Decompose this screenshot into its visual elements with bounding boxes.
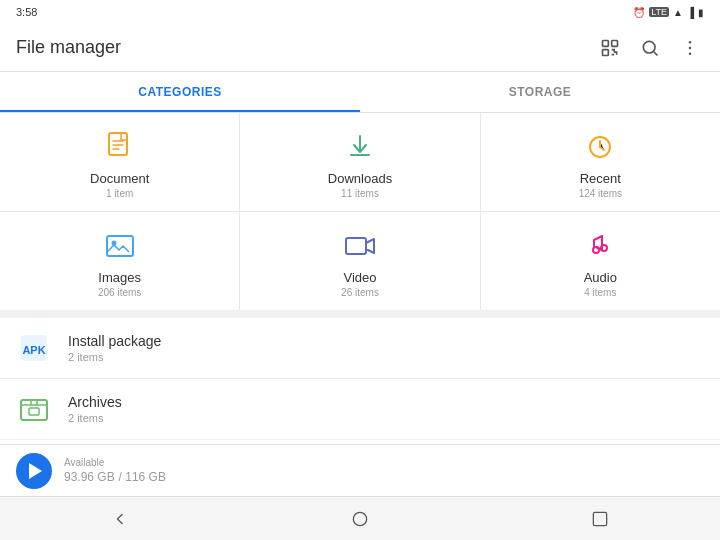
svg-point-5 xyxy=(689,46,692,49)
alarm-icon: ⏰ xyxy=(633,7,645,18)
main-content: Document 1 item Downloads 11 items R xyxy=(0,113,720,497)
status-bar: 3:58 ⏰ LTE ▲ ▐ ▮ xyxy=(0,0,720,24)
svg-rect-2 xyxy=(603,49,609,55)
app-bar-actions xyxy=(596,34,704,62)
more-button[interactable] xyxy=(676,34,704,62)
images-label: Images xyxy=(98,270,141,285)
play-icon xyxy=(29,463,42,479)
app-title: File manager xyxy=(16,37,121,58)
category-document[interactable]: Document 1 item xyxy=(0,113,239,211)
lte-badge: LTE xyxy=(649,7,669,17)
svg-rect-7 xyxy=(109,133,127,155)
scan-button[interactable] xyxy=(596,34,624,62)
category-recent[interactable]: Recent 124 items xyxy=(481,113,720,211)
svg-text:APK: APK xyxy=(22,344,45,356)
category-grid: Document 1 item Downloads 11 items R xyxy=(0,113,720,310)
svg-point-13 xyxy=(601,245,607,251)
play-button[interactable] xyxy=(16,453,52,489)
nav-recents-button[interactable] xyxy=(580,499,620,539)
svg-rect-23 xyxy=(593,512,606,525)
category-downloads[interactable]: Downloads 11 items xyxy=(240,113,479,211)
recent-label: Recent xyxy=(580,171,621,186)
svg-point-3 xyxy=(643,41,655,53)
tab-storage[interactable]: STORAGE xyxy=(360,72,720,112)
downloads-icon xyxy=(342,129,378,165)
svg-rect-16 xyxy=(21,400,47,420)
signal-icon: ▐ xyxy=(687,7,694,18)
svg-point-4 xyxy=(689,40,692,43)
images-icon xyxy=(102,228,138,264)
archives-text: Archives 2 items xyxy=(68,394,704,424)
list-item-install[interactable]: APK Install package 2 items xyxy=(0,318,720,379)
archives-count: 2 items xyxy=(68,412,704,424)
recent-count: 124 items xyxy=(579,188,622,199)
document-count: 1 item xyxy=(106,188,133,199)
battery-icon: ▮ xyxy=(698,7,704,18)
app-bar: File manager xyxy=(0,24,720,72)
document-label: Document xyxy=(90,171,149,186)
video-label: Video xyxy=(343,270,376,285)
svg-rect-9 xyxy=(107,236,133,256)
images-count: 206 items xyxy=(98,287,141,298)
storage-total: 116 GB xyxy=(125,470,166,484)
category-video[interactable]: Video 26 items xyxy=(240,212,479,310)
document-icon xyxy=(102,129,138,165)
status-time: 3:58 xyxy=(16,6,37,18)
svg-rect-0 xyxy=(603,40,609,46)
tab-categories[interactable]: CATEGORIES xyxy=(0,72,360,112)
archives-icon xyxy=(16,391,52,427)
storage-info: Available 93.96 GB / 116 GB xyxy=(64,457,704,484)
audio-count: 4 items xyxy=(584,287,616,298)
audio-label: Audio xyxy=(584,270,617,285)
storage-available-label: Available xyxy=(64,457,704,468)
svg-point-12 xyxy=(593,247,599,253)
category-audio[interactable]: Audio 4 items xyxy=(481,212,720,310)
svg-point-6 xyxy=(689,52,692,55)
nav-home-button[interactable] xyxy=(340,499,380,539)
tabs: CATEGORIES STORAGE xyxy=(0,72,720,113)
list-item-archives[interactable]: Archives 2 items xyxy=(0,379,720,440)
install-icon: APK xyxy=(16,330,52,366)
video-icon xyxy=(342,228,378,264)
nav-back-button[interactable] xyxy=(100,499,140,539)
svg-rect-17 xyxy=(29,408,39,415)
nav-bar xyxy=(0,496,720,540)
storage-bar: Available 93.96 GB / 116 GB xyxy=(0,444,720,496)
search-button[interactable] xyxy=(636,34,664,62)
recent-icon xyxy=(582,129,618,165)
downloads-count: 11 items xyxy=(341,188,379,199)
archives-name: Archives xyxy=(68,394,704,410)
video-count: 26 items xyxy=(341,287,379,298)
install-text: Install package 2 items xyxy=(68,333,704,363)
svg-rect-1 xyxy=(612,40,618,46)
storage-used: 93.96 GB xyxy=(64,470,115,484)
downloads-label: Downloads xyxy=(328,171,392,186)
storage-size: 93.96 GB / 116 GB xyxy=(64,468,704,484)
install-count: 2 items xyxy=(68,351,704,363)
category-images[interactable]: Images 206 items xyxy=(0,212,239,310)
audio-icon xyxy=(582,228,618,264)
svg-rect-11 xyxy=(346,238,366,254)
status-right-icons: ⏰ LTE ▲ ▐ ▮ xyxy=(633,7,704,18)
svg-point-22 xyxy=(353,512,366,525)
wifi-icon: ▲ xyxy=(673,7,683,18)
install-name: Install package xyxy=(68,333,704,349)
